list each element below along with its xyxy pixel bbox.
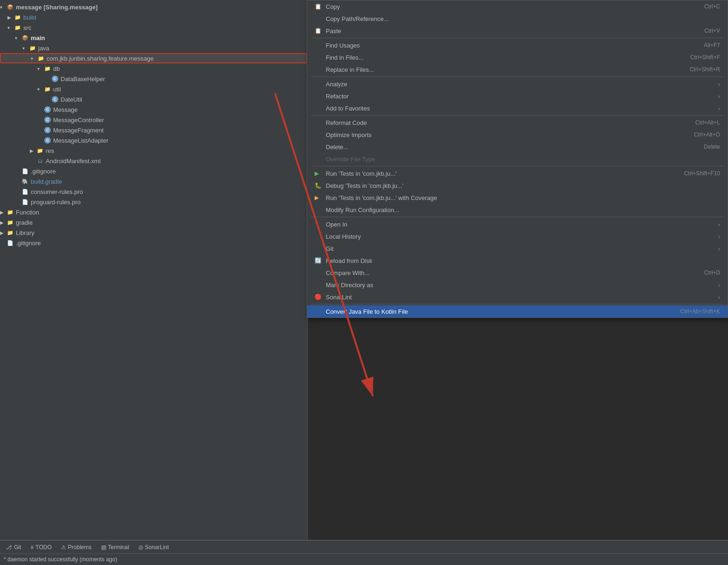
tree-label: proguard-rules.pro <box>31 199 81 206</box>
menu-label-sonarlint: SonarLint <box>326 294 714 301</box>
menu-item-add-to-favorites[interactable]: Add to Favorites› <box>307 102 728 114</box>
tree-label: message [Sharing.message] <box>16 4 98 11</box>
tab-icon-todo: ≡ <box>30 544 34 551</box>
menu-icon-copy: 📋 <box>315 3 323 10</box>
tree-label: .gitignore <box>16 240 41 247</box>
tree-item-message-list-adapter[interactable]: CMessageListAdapter <box>0 135 307 145</box>
menu-separator <box>311 115 724 116</box>
tab-label-sonarlint: SonarLint <box>145 544 169 551</box>
menu-label-mark-directory: Mark Directory as <box>326 282 714 289</box>
menu-icon-debug-tests: 🐛 <box>315 182 323 189</box>
menu-item-override-file-type[interactable]: Override File Type <box>307 153 728 165</box>
tree-item-message-controller[interactable]: CMessageController <box>0 115 307 125</box>
menu-item-analyze[interactable]: Analyze› <box>307 78 728 90</box>
menu-separator <box>311 304 724 304</box>
menu-separator <box>311 217 724 217</box>
menu-arrow-add-to-favorites: › <box>718 105 720 112</box>
tree-label: com.jkb.junbin.sharing.feature.message <box>47 55 154 62</box>
tree-item-gradle-folder[interactable]: ▶📁gradle <box>0 217 307 227</box>
menu-item-reload-from-disk[interactable]: 🔄Reload from Disk <box>307 255 728 267</box>
tree-item-proguard-rules[interactable]: 📄proguard-rules.pro <box>0 197 307 207</box>
tree-label: db <box>53 65 60 72</box>
tree-icon: 🐘 <box>21 178 29 185</box>
menu-item-optimize-imports[interactable]: Optimize ImportsCtrl+Alt+O <box>307 129 728 141</box>
menu-item-find-in-files[interactable]: Find in Files...Ctrl+Shift+F <box>307 51 728 63</box>
tree-item-build-gradle[interactable]: 🐘build.gradle <box>0 176 307 186</box>
tree-item-library-folder[interactable]: ▶📁Library <box>0 227 307 238</box>
menu-item-run-coverage[interactable]: ▶Run 'Tests in 'com.jkb.ju...' with Cove… <box>307 192 728 204</box>
tree-item-message-fragment[interactable]: CMessageFragment <box>0 125 307 135</box>
tree-icon: C <box>51 96 59 103</box>
tree-arrow: ▶ <box>0 230 7 235</box>
menu-icon-paste: 📋 <box>315 28 323 34</box>
menu-item-paste[interactable]: 📋PasteCtrl+V <box>307 25 728 37</box>
tree-label: Function <box>16 209 39 216</box>
tab-todo[interactable]: ≡TODO <box>27 542 55 552</box>
tree-item-gitignore-root[interactable]: 📄.gitignore <box>0 238 307 248</box>
menu-shortcut-reformat-code: Ctrl+Alt+L <box>695 119 720 126</box>
menu-shortcut-copy: Ctrl+C <box>704 3 720 10</box>
tree-icon: 📄 <box>21 167 29 175</box>
tree-arrow: ▾ <box>7 25 14 30</box>
menu-item-replace-in-files[interactable]: Replace in Files...Ctrl+Shift+R <box>307 63 728 76</box>
menu-item-reformat-code[interactable]: Reformat CodeCtrl+Alt+L <box>307 117 728 129</box>
tree-label: Message <box>53 106 78 113</box>
tab-git[interactable]: ⎇Git <box>2 542 25 552</box>
tab-terminal[interactable]: ▤Terminal <box>97 542 133 552</box>
tab-sonarlint[interactable]: ◎SonarLint <box>135 542 172 552</box>
menu-label-refactor: Refactor <box>326 93 714 100</box>
tree-container: ▾📦message [Sharing.message]▶📁build▾📁src▾… <box>0 0 307 540</box>
tab-icon-git: ⎇ <box>6 544 12 551</box>
menu-item-refactor[interactable]: Refactor› <box>307 90 728 102</box>
tree-item-message-module[interactable]: ▾📦message [Sharing.message] <box>0 2 307 12</box>
menu-item-delete[interactable]: Delete...Delete <box>307 141 728 153</box>
menu-label-run-tests: Run 'Tests in 'com.jkb.ju...' <box>326 170 666 177</box>
menu-item-debug-tests[interactable]: 🐛Debug 'Tests in 'com.jkb.ju...' <box>307 179 728 192</box>
tab-icon-terminal: ▤ <box>101 544 106 551</box>
tree-item-db-folder[interactable]: ▾📁db <box>0 63 307 74</box>
tree-item-gitignore[interactable]: 📄.gitignore <box>0 166 307 176</box>
menu-item-modify-run[interactable]: Modify Run Configuration... <box>307 204 728 216</box>
menu-item-local-history[interactable]: Local History› <box>307 230 728 242</box>
menu-item-open-in[interactable]: Open In› <box>307 218 728 230</box>
tree-label: consumer-rules.pro <box>31 188 83 195</box>
tree-icon: 🗂 <box>36 157 44 165</box>
tree-icon: 📁 <box>37 55 45 62</box>
menu-item-convert-kotlin[interactable]: Convert Java File to Kotlin FileCtrl+Alt… <box>307 305 728 317</box>
tree-item-database-helper[interactable]: CDataBaseHelper <box>0 74 307 84</box>
tree-item-java-folder[interactable]: ▾📁java <box>0 43 307 53</box>
menu-arrow-local-history: › <box>718 233 720 240</box>
menu-label-find-in-files: Find in Files... <box>326 54 672 61</box>
menu-item-mark-directory[interactable]: Mark Directory as› <box>307 279 728 291</box>
menu-item-copy-path[interactable]: Copy Path/Reference... <box>307 13 728 25</box>
tree-label: DateUtil <box>61 96 82 103</box>
menu-item-copy[interactable]: 📋CopyCtrl+C <box>307 0 728 13</box>
tab-bar: ⎇Git≡TODO⚠Problems▤Terminal◎SonarLint <box>0 540 728 553</box>
menu-shortcut-convert-kotlin: Ctrl+Alt+Shift+K <box>680 308 720 315</box>
tree-item-android-manifest[interactable]: 🗂AndroidManifest.xml <box>0 156 307 166</box>
tree-item-consumer-rules[interactable]: 📄consumer-rules.pro <box>0 186 307 197</box>
tab-problems[interactable]: ⚠Problems <box>57 542 96 552</box>
tree-icon: 📦 <box>7 3 14 11</box>
project-panel: ▾📦message [Sharing.message]▶📁build▾📁src▾… <box>0 0 308 540</box>
menu-arrow-git: › <box>718 245 720 252</box>
tree-item-build-folder[interactable]: ▶📁build <box>0 12 307 22</box>
menu-item-sonarlint[interactable]: 🔴SonarLint› <box>307 291 728 303</box>
tree-item-src-folder[interactable]: ▾📁src <box>0 22 307 33</box>
tree-item-function-folder[interactable]: ▶📁Function <box>0 207 307 217</box>
tree-item-package-folder[interactable]: ▾📁com.jkb.junbin.sharing.feature.message <box>0 53 307 63</box>
menu-item-compare-with[interactable]: Compare With...Ctrl+D <box>307 267 728 279</box>
tree-icon: 📄 <box>21 198 29 206</box>
menu-item-find-usages[interactable]: Find UsagesAlt+F7 <box>307 39 728 51</box>
tree-icon: C <box>44 126 51 134</box>
tree-label: main <box>31 34 45 41</box>
status-message: * daemon started successfully (moments a… <box>4 556 117 563</box>
menu-shortcut-replace-in-files: Ctrl+Shift+R <box>690 66 720 73</box>
tree-item-res-folder[interactable]: ▶📁res <box>0 145 307 156</box>
tree-item-util-folder[interactable]: ▾📁util <box>0 84 307 94</box>
tree-item-message-class[interactable]: CMessage <box>0 104 307 115</box>
tree-item-date-util[interactable]: CDateUtil <box>0 94 307 104</box>
menu-item-git[interactable]: Git› <box>307 242 728 255</box>
tree-item-main-folder[interactable]: ▾📦main <box>0 33 307 43</box>
menu-item-run-tests[interactable]: ▶Run 'Tests in 'com.jkb.ju...'Ctrl+Shift… <box>307 167 728 179</box>
